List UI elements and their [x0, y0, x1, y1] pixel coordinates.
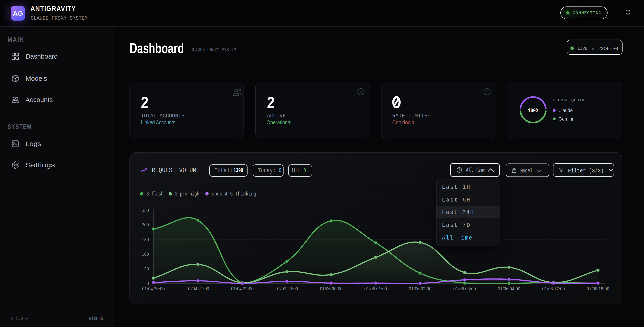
svg-text:100%: 100% [528, 107, 538, 114]
